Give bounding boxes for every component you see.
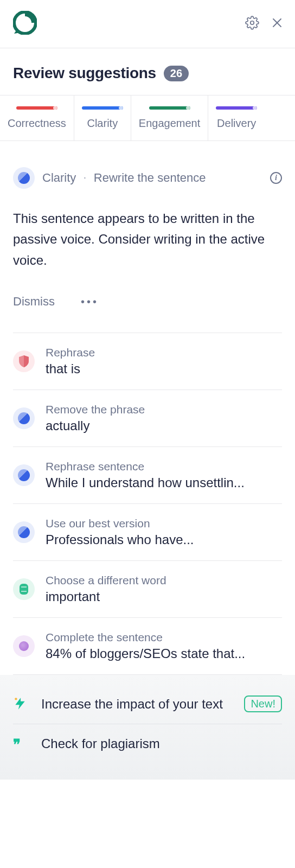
suggestion-content: important [46,589,282,604]
correctness-icon [13,350,35,372]
suggestion-content: 84% of bloggers/SEOs state that... [46,646,282,661]
tab-delivery[interactable]: Delivery [208,95,265,141]
suggestion-item[interactable]: Complete the sentence 84% of bloggers/SE… [13,617,282,675]
suggestion-hint: Choose a different word [46,574,282,587]
suggestion-item[interactable]: Use our best version Professionals who h… [13,503,282,560]
footer-impact[interactable]: Increase the impact of your text New! [13,685,282,724]
suggestion-hint: Rephrase sentence [46,460,282,473]
category-tabs: Correctness Clarity Engagement Delivery [0,95,295,141]
suggestion-content: actually [46,418,282,433]
suggestion-hint: Remove the phrase [46,403,282,416]
more-options-icon[interactable]: ••• [81,296,99,308]
tab-bar-icon [16,106,57,110]
engagement-icon [13,578,35,600]
expanded-actions: Dismiss ••• [13,295,282,333]
new-badge: New! [244,695,282,712]
settings-icon[interactable] [245,16,259,30]
info-icon[interactable]: i [270,172,282,184]
suggestion-content: that is [46,361,282,376]
suggestion-item[interactable]: Choose a different word important [13,560,282,617]
tab-label: Engagement [139,117,200,130]
separator-dot: · [84,173,86,183]
grammarly-logo [13,11,37,35]
bolt-icon [13,697,28,713]
svg-point-1 [251,21,254,25]
suggestion-count-badge: 26 [164,66,189,81]
suggestion-list: Rephrase that is Remove the phrase actua… [0,333,295,675]
suggestion-hint: Use our best version [46,517,282,530]
svg-point-2 [15,698,17,700]
clarity-icon [13,407,35,429]
page-title-row: Review suggestions 26 [0,48,295,95]
suggestion-item[interactable]: Rephrase that is [13,333,282,390]
expanded-body: This sentence appears to be written in t… [13,208,282,271]
footer-plagiarism-text: Check for plagiarism [41,734,282,754]
footer-promos: Increase the impact of your text New! ❞ … [0,675,295,780]
suggestion-hint: Rephrase [46,346,282,359]
quotes-icon: ❞ [13,736,28,753]
expanded-category: Clarity [42,171,76,185]
footer-impact-text: Increase the impact of your text [41,694,231,714]
expanded-suggestion: Clarity · Rewrite the sentence i This se… [0,141,295,333]
suggestion-content: While I understand how unsettlin... [46,475,282,490]
footer-plagiarism[interactable]: ❞ Check for plagiarism [13,724,282,763]
close-icon[interactable] [270,16,284,30]
tab-engagement[interactable]: Engagement [131,95,208,141]
suggestion-hint: Complete the sentence [46,631,282,644]
suggestion-item[interactable]: Remove the phrase actually [13,390,282,446]
delivery-icon [13,635,35,657]
tab-label: Clarity [87,117,118,130]
tab-correctness[interactable]: Correctness [0,95,74,141]
tab-bar-icon [82,106,123,110]
expanded-header: Clarity · Rewrite the sentence i [13,167,282,189]
clarity-icon [13,167,35,189]
suggestion-content: Professionals who have... [46,532,282,547]
page-title: Review suggestions [13,65,156,82]
tab-label: Delivery [217,117,256,130]
clarity-icon [13,464,35,486]
topbar [0,0,295,48]
tab-bar-icon [149,106,190,110]
clarity-icon [13,521,35,543]
dismiss-button[interactable]: Dismiss [13,295,55,309]
expanded-hint: Rewrite the sentence [94,171,206,185]
tab-clarity[interactable]: Clarity [74,95,131,141]
tab-label: Correctness [8,117,66,130]
suggestion-item[interactable]: Rephrase sentence While I understand how… [13,446,282,503]
tab-bar-icon [216,106,257,110]
